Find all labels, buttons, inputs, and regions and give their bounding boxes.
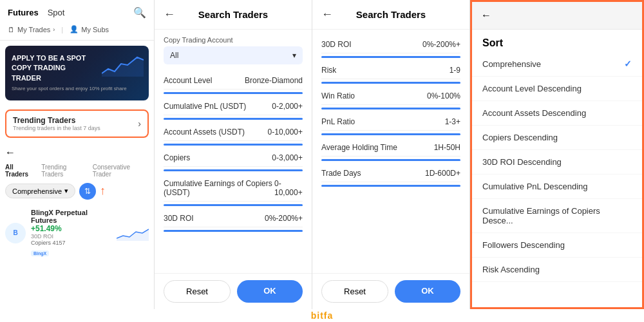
panel3-filter-form: 30D ROI0%-200%+Risk1-9Win Ratio0%-100%Pn…	[312, 30, 469, 273]
slider-bar[interactable]	[321, 133, 460, 135]
sort-item[interactable]: Risk Ascending	[472, 258, 642, 282]
sort-comprehensive-button[interactable]: Comprehensive ▾	[5, 184, 75, 198]
copy-trading-account-select[interactable]: All ▾	[164, 46, 303, 64]
trader-name: BlingX Perpetual Futures	[31, 209, 111, 224]
sort-item[interactable]: Account Assets Descending	[472, 101, 642, 126]
filter-row-label: 30D ROI	[321, 40, 352, 49]
slider-bar[interactable]	[321, 185, 460, 187]
sort-item-label: Copiers Descending	[482, 133, 558, 142]
sort-item[interactable]: Cumulative Earnings of Copiers Desce...	[472, 199, 642, 233]
panel2-ok-button[interactable]: OK	[237, 280, 303, 303]
tab-all-traders[interactable]: All Traders	[5, 164, 37, 178]
slider-bar[interactable]	[321, 82, 460, 84]
filter-row[interactable]: Copiers0-3,000+	[164, 149, 303, 167]
panel3-reset-button[interactable]: Reset	[321, 280, 388, 303]
slider-bar[interactable]	[164, 92, 303, 94]
chevron-down-icon: ▾	[292, 51, 296, 60]
trader-mini-chart	[117, 225, 149, 241]
panel2-back-icon[interactable]: ←	[164, 8, 175, 21]
sort-filter-icon-button[interactable]: ⇅	[79, 183, 96, 200]
panel3-back-icon[interactable]: ←	[321, 8, 333, 21]
trader-roi: +51.49%	[31, 224, 111, 233]
sort-back-icon[interactable]: ←	[481, 10, 491, 21]
panel3-header: ← Search Traders	[312, 0, 469, 30]
filter-row[interactable]: 30D ROI0%-200%+	[164, 210, 303, 227]
trending-info: Trending Traders Trending traders in the…	[13, 116, 100, 131]
panel2-title: Search Traders	[198, 9, 268, 20]
filter-row-value: 1-9	[450, 66, 460, 75]
sort-item-label: Comprehensive	[482, 59, 541, 69]
tab-spot[interactable]: Spot	[48, 8, 65, 17]
bingx-badge: BingX	[31, 251, 49, 256]
tab-conservative-traders[interactable]: Conservative Trader	[93, 164, 149, 178]
panel-left: Futures Spot 🔍 🗒 My Trades › | 👤 My Subs…	[0, 0, 155, 309]
filter-row-value: 0%-100%	[427, 91, 460, 100]
slider-bar[interactable]	[164, 230, 303, 232]
panel3-footer: Reset OK	[312, 273, 469, 309]
sort-item[interactable]: Account Level Descending	[472, 77, 642, 101]
slider-bar[interactable]	[321, 56, 460, 58]
filter-row-value: 1D-600D+	[425, 169, 460, 178]
panel2-reset-button[interactable]: Reset	[164, 280, 231, 303]
slider-bar[interactable]	[164, 169, 303, 171]
divider: |	[61, 26, 63, 33]
bottom-branding: bitfa	[0, 309, 644, 322]
my-subs-nav[interactable]: 👤 My Subs	[70, 25, 109, 33]
sort-item[interactable]: 30D ROI Descending	[472, 150, 642, 175]
sort-item[interactable]: Comprehensive✓	[472, 52, 642, 77]
filter-row[interactable]: 30D ROI0%-200%+	[321, 36, 460, 53]
trending-arrow-icon: ›	[138, 118, 141, 129]
my-trades-nav[interactable]: 🗒 My Trades ›	[8, 26, 55, 33]
slider-bar[interactable]	[321, 159, 460, 161]
sort-item[interactable]: Cumulative PnL Descending	[472, 175, 642, 199]
filter-row-value: 0%-200%+	[265, 214, 303, 223]
search-icon[interactable]: 🔍	[133, 6, 146, 19]
filter-row[interactable]: Account LevelBronze-Diamond	[164, 72, 303, 90]
trending-traders-section[interactable]: Trending Traders Trending traders in the…	[5, 109, 149, 138]
trades-icon: 🗒	[8, 26, 15, 33]
promo-banner[interactable]: APPLY TO BE A SPOT COPY TRADING TRADER S…	[5, 46, 149, 100]
filter-tabs: All Traders Trending Traders Conservativ…	[5, 164, 149, 178]
filter-row-label: PnL Ratio	[321, 117, 355, 126]
panel-sort: ← Sort Comprehensive✓Account Level Desce…	[470, 0, 644, 309]
filter-row-value: 1-3+	[445, 117, 460, 126]
filter-row[interactable]: Average Holding Time1H-50H	[321, 139, 460, 156]
panel3-filters: 30D ROI0%-200%+Risk1-9Win Ratio0%-100%Pn…	[321, 36, 460, 187]
trader-card[interactable]: B BlingX Perpetual Futures +51.49% 30D R…	[5, 205, 149, 261]
slider-bar[interactable]	[164, 144, 303, 146]
tab-futures[interactable]: Futures	[8, 8, 39, 17]
brand-name: bitfa	[311, 310, 334, 321]
panel3-ok-button[interactable]: OK	[395, 280, 460, 303]
filter-row[interactable]: Account Assets (USDT)0-10,000+	[164, 124, 303, 141]
filter-row-label: Risk	[321, 66, 336, 75]
my-subs-label: My Subs	[81, 26, 109, 33]
panel2-footer: Reset OK	[155, 273, 312, 309]
sort-item[interactable]: Followers Descending	[472, 233, 642, 258]
filter-row-value: 0%-200%+	[422, 40, 460, 49]
sort-item[interactable]: Copiers Descending	[472, 126, 642, 150]
filter-row[interactable]: Cumulative PnL (USDT)0-2,000+	[164, 98, 303, 115]
banner-chart	[102, 51, 144, 77]
filter-row-value: 0-10,000+	[268, 128, 303, 137]
slider-bar[interactable]	[164, 118, 303, 120]
sub-nav: 🗒 My Trades › | 👤 My Subs	[8, 25, 146, 33]
tab-trending-traders[interactable]: Trending Traders	[41, 164, 89, 178]
banner-title: APPLY TO BE A SPOT COPY TRADING TRADER	[12, 53, 90, 83]
slider-bar[interactable]	[164, 204, 303, 206]
filter-row[interactable]: PnL Ratio1-3+	[321, 113, 460, 131]
sort-item-label: Followers Descending	[482, 240, 565, 250]
sort-item-label: Account Assets Descending	[482, 108, 586, 118]
filter-row[interactable]: Trade Days1D-600D+	[321, 165, 460, 182]
filter-row-label: Cumulative PnL (USDT)	[164, 102, 246, 111]
filter-row[interactable]: Cumulative Earnings of Copiers (USDT)0-1…	[164, 175, 303, 202]
filter-row[interactable]: Win Ratio0%-100%	[321, 88, 460, 105]
slider-bar[interactable]	[321, 108, 460, 109]
filter-row-value: Bronze-Diamond	[245, 76, 303, 85]
filter-row[interactable]: Risk1-9	[321, 62, 460, 79]
panel-search-traders-1: ← Search Traders Copy Trading Account Al…	[155, 0, 312, 309]
trending-subtitle: Trending traders in the last 7 days	[13, 125, 100, 131]
trending-title: Trending Traders	[13, 116, 100, 125]
panel-search-traders-2: ← Search Traders 30D ROI0%-200%+Risk1-9W…	[312, 0, 470, 309]
sort-items-container: Comprehensive✓Account Level DescendingAc…	[472, 52, 642, 282]
back-arrow-icon[interactable]: ←	[5, 147, 149, 158]
